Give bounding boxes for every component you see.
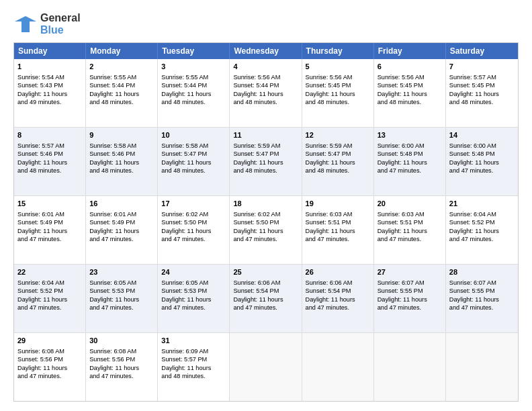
day-info-line: and 48 minutes.: [449, 98, 515, 106]
day-cell-4: 4Sunrise: 5:56 AMSunset: 5:44 PMDaylight…: [230, 59, 302, 127]
day-info-line: Sunrise: 6:03 AM: [378, 210, 442, 218]
day-number: 26: [306, 267, 370, 277]
day-info-line: Sunrise: 5:59 AM: [306, 142, 370, 150]
day-info-line: and 47 minutes.: [17, 304, 82, 312]
day-info-line: and 48 minutes.: [161, 98, 226, 106]
day-info-line: Sunset: 5:57 PM: [161, 355, 226, 363]
empty-cell: [302, 333, 374, 401]
day-cell-1: 1Sunrise: 5:54 AMSunset: 5:43 PMDaylight…: [14, 59, 86, 127]
day-info-line: and 47 minutes.: [378, 304, 442, 312]
day-info-line: Daylight: 11 hours: [89, 227, 154, 235]
day-info-line: Sunrise: 6:03 AM: [306, 210, 370, 218]
day-number: 6: [378, 62, 442, 72]
day-info-line: Daylight: 11 hours: [449, 227, 515, 235]
day-cell-25: 25Sunrise: 6:06 AMSunset: 5:54 PMDayligh…: [230, 265, 302, 332]
day-number: 9: [89, 130, 154, 140]
day-cell-2: 2Sunrise: 5:55 AMSunset: 5:44 PMDaylight…: [86, 59, 158, 127]
empty-cell: [446, 333, 518, 401]
day-info-line: Daylight: 11 hours: [378, 90, 442, 98]
day-info-line: Sunrise: 5:57 AM: [17, 142, 82, 150]
day-info-line: Sunset: 5:56 PM: [89, 355, 154, 363]
day-info-line: Sunset: 5:51 PM: [306, 218, 370, 226]
day-info-line: Sunrise: 5:55 AM: [161, 73, 226, 81]
day-info-line: Sunrise: 5:54 AM: [17, 73, 82, 81]
logo-general-text: General: [40, 12, 81, 24]
day-info-line: and 49 minutes.: [17, 98, 82, 106]
logo-blue-text: Blue: [40, 24, 81, 36]
day-cell-14: 14Sunrise: 6:00 AMSunset: 5:48 PMDayligh…: [446, 128, 518, 195]
day-info-line: Daylight: 11 hours: [89, 295, 154, 304]
day-number: 7: [449, 62, 515, 72]
day-number: 18: [233, 199, 298, 209]
day-info-line: Sunrise: 5:58 AM: [161, 142, 226, 150]
calendar-week-1: 1Sunrise: 5:54 AMSunset: 5:43 PMDaylight…: [14, 59, 518, 128]
day-info-line: Daylight: 11 hours: [161, 90, 226, 98]
day-info-line: Daylight: 11 hours: [449, 158, 515, 167]
day-info-line: Sunset: 5:45 PM: [378, 81, 442, 89]
day-number: 15: [17, 199, 82, 209]
weekday-header-tuesday: Tuesday: [158, 43, 230, 59]
day-info-line: and 48 minutes.: [89, 98, 154, 106]
day-info-line: and 47 minutes.: [449, 235, 515, 243]
day-info-line: and 48 minutes.: [306, 98, 370, 106]
day-info-line: and 48 minutes.: [161, 167, 226, 175]
day-info-line: Sunset: 5:53 PM: [161, 287, 226, 295]
day-info-line: Daylight: 11 hours: [17, 364, 82, 372]
day-info-line: and 47 minutes.: [17, 235, 82, 243]
day-info-line: Sunrise: 6:07 AM: [378, 279, 442, 287]
calendar-week-2: 8Sunrise: 5:57 AMSunset: 5:46 PMDaylight…: [14, 128, 518, 196]
empty-cell: [230, 333, 302, 401]
day-number: 11: [233, 130, 298, 140]
day-info-line: Daylight: 11 hours: [17, 90, 82, 98]
day-number: 24: [161, 267, 226, 277]
day-info-line: Sunset: 5:43 PM: [17, 81, 82, 89]
day-info-line: Sunrise: 5:58 AM: [89, 142, 154, 150]
day-info-line: Sunset: 5:50 PM: [233, 218, 298, 226]
calendar-week-3: 15Sunrise: 6:01 AMSunset: 5:49 PMDayligh…: [14, 196, 518, 265]
day-cell-11: 11Sunrise: 5:59 AMSunset: 5:47 PMDayligh…: [230, 128, 302, 195]
day-info-line: Daylight: 11 hours: [89, 90, 154, 98]
day-cell-13: 13Sunrise: 6:00 AMSunset: 5:48 PMDayligh…: [374, 128, 446, 195]
day-info-line: Daylight: 11 hours: [17, 158, 82, 167]
day-info-line: Sunrise: 6:05 AM: [161, 279, 226, 287]
day-info-line: Sunrise: 6:00 AM: [449, 142, 515, 150]
day-info-line: Sunset: 5:47 PM: [233, 150, 298, 158]
day-number: 29: [17, 336, 82, 346]
calendar-week-5: 29Sunrise: 6:08 AMSunset: 5:56 PMDayligh…: [14, 333, 518, 401]
day-info-line: Daylight: 11 hours: [233, 90, 298, 98]
day-info-line: Sunset: 5:51 PM: [378, 218, 442, 226]
day-info-line: Sunset: 5:45 PM: [449, 81, 515, 89]
day-info-line: Sunrise: 6:02 AM: [233, 210, 298, 218]
day-info-line: Sunset: 5:53 PM: [89, 287, 154, 295]
day-number: 31: [161, 336, 226, 346]
day-number: 22: [17, 267, 82, 277]
day-info-line: and 47 minutes.: [89, 304, 154, 312]
day-cell-24: 24Sunrise: 6:05 AMSunset: 5:53 PMDayligh…: [158, 265, 230, 332]
day-info-line: Sunrise: 6:08 AM: [17, 347, 82, 355]
day-info-line: and 47 minutes.: [17, 372, 82, 380]
day-info-line: and 47 minutes.: [449, 167, 515, 175]
day-cell-19: 19Sunrise: 6:03 AMSunset: 5:51 PMDayligh…: [302, 196, 374, 264]
day-info-line: and 47 minutes.: [233, 304, 298, 312]
weekday-header-friday: Friday: [374, 43, 446, 59]
day-cell-29: 29Sunrise: 6:08 AMSunset: 5:56 PMDayligh…: [14, 333, 86, 401]
day-cell-17: 17Sunrise: 6:02 AMSunset: 5:50 PMDayligh…: [158, 196, 230, 264]
day-cell-10: 10Sunrise: 5:58 AMSunset: 5:47 PMDayligh…: [158, 128, 230, 195]
day-info-line: Sunset: 5:54 PM: [233, 287, 298, 295]
day-info-line: Sunset: 5:46 PM: [89, 150, 154, 158]
day-cell-5: 5Sunrise: 5:56 AMSunset: 5:45 PMDaylight…: [302, 59, 374, 127]
day-info-line: and 48 minutes.: [161, 372, 226, 380]
calendar-body: 1Sunrise: 5:54 AMSunset: 5:43 PMDaylight…: [14, 59, 518, 401]
day-info-line: Sunset: 5:54 PM: [306, 287, 370, 295]
day-info-line: Daylight: 11 hours: [161, 295, 226, 304]
general-blue-logo-icon: [13, 15, 38, 34]
day-number: 12: [306, 130, 370, 140]
day-number: 19: [306, 199, 370, 209]
page: GeneralBlue SundayMondayTuesdayWednesday…: [0, 0, 532, 411]
day-info-line: and 47 minutes.: [161, 304, 226, 312]
day-info-line: Daylight: 11 hours: [233, 295, 298, 304]
day-info-line: Sunset: 5:44 PM: [161, 81, 226, 89]
day-cell-15: 15Sunrise: 6:01 AMSunset: 5:49 PMDayligh…: [14, 196, 86, 264]
day-number: 16: [89, 199, 154, 209]
day-info-line: Daylight: 11 hours: [378, 227, 442, 235]
